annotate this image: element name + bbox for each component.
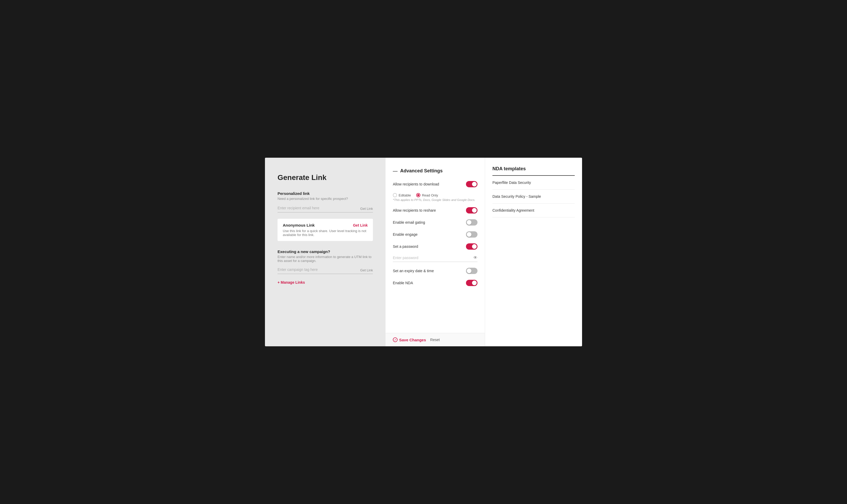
- reset-button[interactable]: Reset: [430, 338, 440, 342]
- radio-row: Editable Read Only: [393, 193, 477, 197]
- advanced-settings-title: Advanced Settings: [400, 168, 443, 174]
- radio-editable-label: Editable: [399, 193, 411, 197]
- setting-allow-reshare: Allow recipients to reshare: [393, 207, 477, 214]
- setting-enable-engage: Enable engage: [393, 231, 477, 238]
- middle-footer: ✓ Save Changes Reset: [386, 333, 485, 346]
- left-panel: Generate Link Personalized link Need a p…: [265, 158, 386, 346]
- collapse-icon[interactable]: —: [393, 169, 398, 174]
- setting-enable-engage-label: Enable engage: [393, 232, 418, 236]
- save-icon: ✓: [393, 337, 398, 342]
- middle-panel: — Advanced Settings Allow recipients to …: [386, 158, 485, 346]
- enable-nda-toggle[interactable]: [466, 280, 477, 286]
- setting-enable-nda-label: Enable NDA: [393, 281, 413, 285]
- setting-allow-download-label: Allow recipients to download: [393, 182, 439, 186]
- anonymous-link-header: Anonymous Link Get Link: [283, 223, 368, 227]
- page-title: Generate Link: [278, 174, 373, 182]
- campaign-section-subtitle: Enter name and/or more information to ge…: [278, 255, 373, 263]
- nda-list: Paperflite Data Security Data Security P…: [492, 176, 575, 217]
- manage-links-button[interactable]: + Manage Links: [278, 280, 305, 285]
- download-radio-group: Editable Read Only *This applies to PPTs…: [393, 193, 477, 201]
- allow-reshare-toggle[interactable]: [466, 207, 477, 214]
- setting-allow-reshare-label: Allow recipients to reshare: [393, 208, 436, 213]
- radio-readonly-label: Read Only: [422, 193, 438, 197]
- password-input[interactable]: [393, 256, 473, 260]
- campaign-get-link-button[interactable]: Get Link: [358, 268, 373, 273]
- setting-email-gating: Enable email gating: [393, 219, 477, 226]
- allow-download-toggle[interactable]: [466, 181, 477, 187]
- enable-engage-toggle[interactable]: [466, 231, 477, 238]
- radio-editable-circle: [393, 193, 397, 197]
- save-changes-label: Save Changes: [399, 338, 426, 342]
- personalized-link-title: Personalized link: [278, 191, 373, 196]
- nda-item-1[interactable]: Data Security Policy - Sample: [492, 190, 575, 203]
- campaign-section-title: Executing a new campaign?: [278, 249, 373, 254]
- setting-set-password: Set a password: [393, 244, 477, 250]
- setting-enable-nda: Enable NDA: [393, 280, 477, 286]
- set-password-toggle[interactable]: [466, 244, 477, 250]
- anonymous-link-title: Anonymous Link: [283, 223, 315, 227]
- setting-email-gating-label: Enable email gating: [393, 220, 425, 224]
- save-changes-button[interactable]: ✓ Save Changes: [393, 337, 426, 342]
- setting-expiry-label: Set an expiry date & time: [393, 269, 434, 273]
- personalized-link-input-row: Get Link: [278, 205, 373, 213]
- personalized-link-input[interactable]: [278, 205, 358, 211]
- radio-editable[interactable]: Editable: [393, 193, 411, 197]
- app-container: Generate Link Personalized link Need a p…: [265, 158, 582, 346]
- middle-content: — Advanced Settings Allow recipients to …: [386, 158, 485, 333]
- password-input-row: 👁: [393, 255, 477, 262]
- campaign-input-row: Get Link: [278, 266, 373, 274]
- anonymous-link-card: Anonymous Link Get Link Use this link fo…: [278, 219, 373, 241]
- campaign-input[interactable]: [278, 266, 358, 273]
- expiry-toggle[interactable]: [466, 268, 477, 274]
- setting-allow-download: Allow recipients to download: [393, 181, 477, 187]
- personalized-link-subtitle: Need a personalized link for specific pr…: [278, 197, 373, 201]
- anonymous-get-link-button[interactable]: Get Link: [353, 223, 368, 227]
- nda-templates-title: NDA templates: [492, 166, 575, 176]
- password-eye-icon[interactable]: 👁: [473, 255, 477, 260]
- nda-item-2[interactable]: Confidentiality Agreement: [492, 203, 575, 217]
- nda-item-0[interactable]: Paperflite Data Security: [492, 176, 575, 190]
- radio-readonly-circle: [416, 193, 420, 197]
- setting-expiry: Set an expiry date & time: [393, 268, 477, 274]
- radio-note: *This applies to PPTs, Docs, Google Slid…: [393, 198, 477, 201]
- radio-readonly[interactable]: Read Only: [416, 193, 438, 197]
- personalized-get-link-button[interactable]: Get Link: [358, 207, 373, 211]
- anonymous-link-description: Use this link for a quick share. User le…: [283, 229, 368, 237]
- advanced-settings-header: — Advanced Settings: [393, 168, 477, 174]
- email-gating-toggle[interactable]: [466, 219, 477, 226]
- setting-set-password-label: Set a password: [393, 245, 418, 249]
- right-panel: NDA templates Paperflite Data Security D…: [485, 158, 582, 346]
